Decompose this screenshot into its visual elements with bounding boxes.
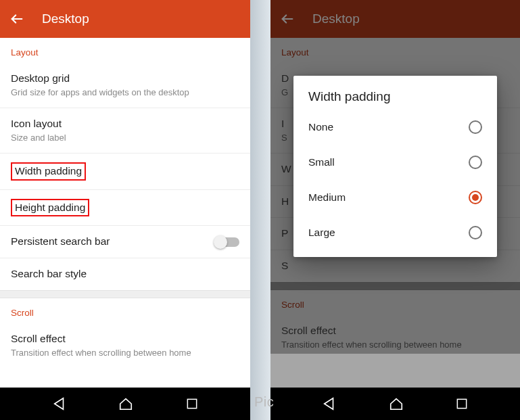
nav-home-icon[interactable] bbox=[118, 396, 133, 411]
nav-back-icon[interactable] bbox=[52, 396, 67, 411]
highlight-box: Width padding bbox=[11, 162, 86, 181]
option-label: None bbox=[308, 121, 333, 133]
row-title: Height padding bbox=[15, 202, 85, 213]
nav-home-icon[interactable] bbox=[389, 396, 404, 411]
toggle-switch[interactable] bbox=[215, 237, 239, 247]
row-subtitle: Grid size for apps and widgets on the de… bbox=[11, 87, 239, 99]
svg-rect-5 bbox=[457, 399, 466, 408]
dialog-width-padding: Width padding NoneSmallMediumLarge bbox=[293, 76, 497, 257]
dialog-option[interactable]: Small bbox=[293, 145, 497, 180]
system-nav-bar bbox=[270, 388, 520, 420]
section-header-layout: Layout bbox=[0, 38, 250, 63]
row-persistent-search[interactable]: Persistent search bar bbox=[0, 226, 250, 258]
row-scroll-effect[interactable]: Scroll effect Transition effect when scr… bbox=[0, 323, 250, 362]
row-search-bar-style[interactable]: Search bar style bbox=[0, 258, 250, 290]
dialog-option[interactable]: None bbox=[293, 110, 497, 145]
section-header-scroll: Scroll bbox=[0, 298, 250, 323]
page-title: Desktop bbox=[42, 11, 89, 26]
phone-left: Desktop Layout Desktop grid Grid size fo… bbox=[0, 0, 250, 420]
dialog-option[interactable]: Medium bbox=[293, 180, 497, 215]
row-width-padding[interactable]: Width padding bbox=[0, 154, 250, 190]
nav-recent-icon[interactable] bbox=[185, 397, 199, 411]
option-label: Large bbox=[308, 227, 335, 239]
row-subtitle: Size and label bbox=[11, 133, 239, 144]
radio-icon[interactable] bbox=[469, 120, 482, 134]
dialog-option[interactable]: Large bbox=[293, 215, 497, 250]
back-icon[interactable] bbox=[9, 11, 24, 26]
svg-marker-1 bbox=[54, 398, 63, 410]
section-divider bbox=[0, 290, 250, 298]
row-icon-layout[interactable]: Icon layout Size and label bbox=[0, 108, 250, 154]
svg-rect-2 bbox=[187, 399, 196, 408]
row-title: Width padding bbox=[15, 165, 82, 177]
dialog-title: Width padding bbox=[293, 89, 497, 110]
row-height-padding[interactable]: Height padding bbox=[0, 190, 250, 227]
row-title: Scroll effect bbox=[11, 332, 239, 346]
app-bar: Desktop bbox=[0, 0, 250, 38]
row-title: Search bar style bbox=[11, 267, 239, 281]
option-label: Medium bbox=[308, 191, 346, 204]
radio-icon[interactable] bbox=[469, 156, 482, 169]
row-title: Desktop grid bbox=[11, 72, 239, 86]
system-nav-bar bbox=[0, 388, 250, 420]
phone-right: Desktop Layout D G I S W H P S Scro bbox=[270, 0, 520, 420]
highlight-box: Height padding bbox=[11, 199, 89, 217]
radio-icon[interactable] bbox=[469, 226, 482, 239]
row-title: Icon layout bbox=[11, 117, 239, 131]
nav-recent-icon[interactable] bbox=[455, 397, 469, 411]
row-title: Persistent search bar bbox=[11, 235, 215, 249]
svg-marker-4 bbox=[325, 398, 333, 410]
settings-list: Layout Desktop grid Grid size for apps a… bbox=[0, 38, 250, 362]
row-desktop-grid[interactable]: Desktop grid Grid size for apps and widg… bbox=[0, 63, 250, 108]
nav-back-icon[interactable] bbox=[322, 396, 337, 411]
row-subtitle: Transition effect when scrolling between… bbox=[11, 348, 239, 359]
radio-icon[interactable] bbox=[469, 191, 482, 204]
option-label: Small bbox=[308, 156, 335, 168]
